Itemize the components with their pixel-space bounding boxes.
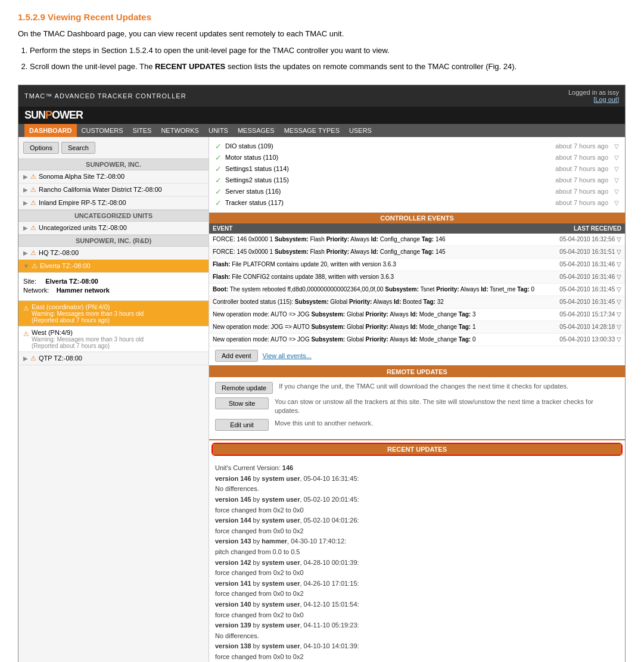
section-header-rd: SUNPOWER, INC. (R&D) [18, 235, 209, 247]
event-text: New operation mode: AUTO => JOG Subsyste… [209, 308, 553, 321]
options-button[interactable]: Options [23, 142, 59, 154]
sidebar-item-elverta[interactable]: ▼ ⚠ Elverta TZ:-08:00 [18, 260, 209, 273]
status-ok-icon: ✓ [215, 142, 222, 151]
expand-icon: ▽ [614, 188, 619, 195]
remote-update-desc: If you change the unit, the TMAC unit wi… [279, 382, 568, 391]
sidebar-item-label: Uncategorized units TZ:-08:00 [39, 224, 127, 231]
unit-warning: Warning: Messages more than 3 hours old(… [32, 310, 204, 324]
step-2: Scroll down the unit-level page. The REC… [30, 61, 626, 73]
sidebar-unit-east[interactable]: ⚠ East (coordinator) (PN:4/0) Warning: M… [18, 301, 209, 327]
expand-icon: ▽ [614, 177, 619, 184]
event-received: 05-04-2010 16:31:51 ▽ [553, 245, 625, 258]
nav-users[interactable]: USERS [344, 124, 377, 137]
controller-events-header: CONTROLLER EVENTS [209, 213, 625, 223]
table-row: Controller booted status (115): Subsyste… [209, 296, 625, 308]
status-row: ✓ DIO status (109) about 7 hours ago ▽ [215, 141, 619, 152]
event-text: Boot: The system rebooted ff,d8d0,000000… [209, 283, 553, 296]
status-ok-icon: ✓ [215, 153, 222, 162]
status-ok-icon: ✓ [215, 164, 222, 173]
version-entry: version 139 by system user, 04-11-10 05:… [215, 620, 619, 641]
status-ok-icon: ✓ [215, 198, 222, 207]
warning-icon: ⚠ [30, 249, 36, 257]
app-logo: SUNPOWER [24, 109, 83, 122]
stow-site-desc: You can stow or unstow all the trackers … [275, 397, 619, 416]
sidebar-item-hq[interactable]: ▶ ⚠ HQ TZ:-08:00 [18, 247, 209, 260]
sidebar-item-inland[interactable]: ▶ ⚠ Inland Empire RP-5 TZ:-08:00 [18, 197, 209, 210]
status-time: about 7 hours ago [555, 165, 608, 172]
event-received: 05-04-2010 15:17:34 ▽ [553, 308, 625, 321]
sidebar-item-label: Sonoma Alpha Site TZ:-08:00 [39, 173, 125, 180]
app-container: TMAC™ ADVANCED TRACKER CONTROLLER Logged… [18, 85, 626, 663]
edit-unit-button[interactable]: Edit unit [215, 419, 269, 431]
add-event-button[interactable]: Add event [215, 350, 258, 362]
sidebar-item-label: Rancho California Water District TZ:-08:… [39, 186, 162, 193]
nav-networks[interactable]: NETWORKS [156, 124, 204, 137]
sidebar-item-label: QTP TZ:-08:00 [39, 355, 82, 362]
arrow-icon: ▼ [23, 263, 29, 269]
status-row: ✓ Tracker status (117) about 7 hours ago… [215, 197, 619, 209]
remote-updates-section: REMOTE UPDATES Remote update If you chan… [209, 365, 625, 440]
search-button[interactable]: Search [61, 142, 95, 154]
warning-icon: ⚠ [30, 199, 36, 207]
sidebar-unit-west[interactable]: ⚠ West (PN:4/9) Warning: Messages more t… [18, 327, 209, 352]
sidebar-item-sonoma[interactable]: ▶ ⚠ Sonoma Alpha Site TZ:-08:00 [18, 170, 209, 184]
arrow-icon: ▶ [23, 187, 28, 193]
logout-link[interactable]: [Log out] [593, 96, 619, 103]
sidebar-item-uncategorized[interactable]: ▶ ⚠ Uncategorized units TZ:-08:00 [18, 222, 209, 235]
warning-icon: ⚠ [32, 262, 38, 270]
nav-sites[interactable]: SITES [128, 124, 157, 137]
unit-label: West (PN:4/9) [32, 329, 204, 336]
sidebar-item-label: HQ TZ:-08:00 [39, 249, 79, 256]
arrow-icon: ▶ [23, 225, 28, 231]
main-layout: Options Search SUNPOWER, INC. ▶ ⚠ Sonoma… [18, 137, 625, 663]
status-ok-icon: ✓ [215, 176, 222, 185]
sidebar-item-qtp[interactable]: ▶ ⚠ QTP TZ:-08:00 [18, 352, 209, 365]
status-label: Settings2 status (115) [225, 176, 555, 184]
edit-unit-row: Edit unit Move this unit to another netw… [215, 419, 619, 431]
status-time: about 7 hours ago [555, 142, 608, 150]
event-text: New operation mode: JOG => AUTO Subsyste… [209, 321, 553, 333]
status-ok-icon: ✓ [215, 187, 222, 196]
sidebar-detail: Site: Elverta TZ:-08:00 Network: Hammer … [18, 273, 209, 301]
warning-icon: ⚠ [23, 304, 29, 312]
version-entry: version 145 by system user, 05-02-10 20:… [215, 495, 619, 515]
event-received: 05-04-2010 16:31:46 ▽ [553, 258, 625, 271]
unit-label: East (coordinator) (PN:4/0) [32, 303, 204, 310]
expand-icon: ▽ [614, 200, 619, 206]
status-row: ✓ Server status (116) about 7 hours ago … [215, 186, 619, 197]
warning-icon: ⚠ [23, 330, 29, 338]
version-entry: version 142 by system user, 04-28-10 00:… [215, 558, 619, 579]
nav-message-types[interactable]: MESSAGE TYPES [279, 124, 344, 137]
status-time: about 7 hours ago [555, 199, 608, 206]
current-version-value: 146 [282, 464, 293, 471]
sidebar: Options Search SUNPOWER, INC. ▶ ⚠ Sonoma… [18, 137, 209, 663]
status-time: about 7 hours ago [555, 154, 608, 161]
event-text: Flash: File CONFIG2 contains update 388,… [209, 271, 553, 283]
warning-icon: ⚠ [30, 355, 36, 362]
version-entry: version 141 by system user, 04-26-10 17:… [215, 579, 619, 599]
site-label: Site: [23, 278, 36, 285]
app-title: TMAC™ ADVANCED TRACKER CONTROLLER [24, 92, 186, 100]
nav-bar: DASHBOARD CUSTOMERS SITES NETWORKS UNITS… [18, 124, 625, 137]
expand-icon: ▽ [614, 154, 619, 161]
stow-site-button[interactable]: Stow site [215, 397, 269, 409]
table-row: New operation mode: AUTO => JOG Subsyste… [209, 308, 625, 321]
intro-text: On the TMAC Dashboard page, you can view… [18, 28, 626, 40]
status-section: ✓ DIO status (109) about 7 hours ago ▽ ✓… [209, 137, 625, 213]
nav-messages[interactable]: MESSAGES [233, 124, 279, 137]
view-all-link[interactable]: View all events... [263, 352, 312, 359]
recent-updates-content: Unit's Current Version: 146 version 146 … [209, 458, 625, 662]
status-label: DIO status (109) [225, 142, 555, 150]
sidebar-item-rancho[interactable]: ▶ ⚠ Rancho California Water District TZ:… [18, 184, 209, 197]
sidebar-item-label: Elverta TZ:-08:00 [40, 262, 91, 269]
current-version-line: Unit's Current Version: 146 [215, 463, 619, 474]
network-label: Network: [23, 287, 49, 294]
nav-customers[interactable]: CUSTOMERS [77, 124, 128, 137]
nav-units[interactable]: UNITS [204, 124, 233, 137]
remote-update-button[interactable]: Remote update [215, 382, 273, 394]
status-label: Server status (116) [225, 188, 555, 195]
expand-icon: ▽ [614, 166, 619, 172]
app-login: Logged in as issy [Log out] [568, 89, 619, 103]
sidebar-buttons: Options Search [18, 137, 209, 158]
nav-dashboard[interactable]: DASHBOARD [24, 124, 77, 137]
